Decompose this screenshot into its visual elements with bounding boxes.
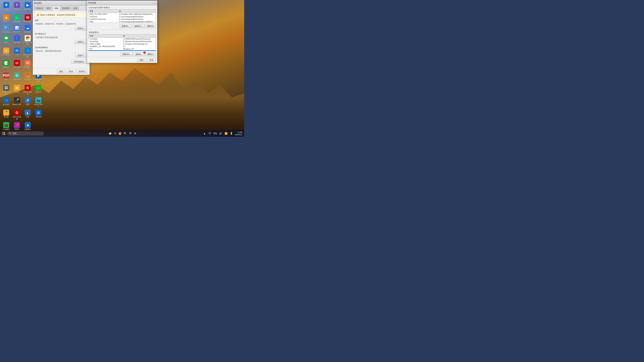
- sys-var-row[interactable]: ComSpec C:\WINDOWS\system32\cmd.exe: [88, 38, 156, 40]
- desktop-icon[interactable]: 🌐 Microsoft Edge: [23, 47, 32, 59]
- search-bar[interactable]: 🔍 搜索: [7, 131, 44, 136]
- taskbar: 🔍 搜索 📁 ✉ 🔍 有 ⚙: [0, 130, 244, 137]
- desktop-icon[interactable]: PDF PDF: [1, 72, 11, 83]
- icon-label: Typora: [14, 8, 20, 10]
- tray-lang[interactable]: 中: [208, 131, 212, 136]
- clock[interactable]: 11:08 2024/1/2: [234, 131, 243, 136]
- desktop-icon[interactable]: 🖥 此电脑: [1, 1, 11, 13]
- user-vars-table[interactable]: 变量 值 MOZ_PLUGIN_PATH C:\Program Files (x…: [88, 9, 156, 23]
- var-name: JAVA_HOME: [88, 43, 122, 45]
- icon-label: PotPlayer 64 bit: [34, 79, 43, 83]
- icon-img: 🎬: [36, 97, 42, 103]
- desktop-icon[interactable]: ☁ 百度网盘: [23, 24, 32, 34]
- ok-button[interactable]: 确定: [57, 69, 66, 73]
- sys-vars-table[interactable]: 变量 值 ComSpec C:\WINDOWS\system32\cmd.exe…: [88, 34, 156, 51]
- tray-expand[interactable]: ▲: [202, 131, 207, 136]
- minimize-button[interactable]: ─: [79, 2, 82, 5]
- sys-var-row[interactable]: DriverData C:\Windows\System32\Drivers\D…: [88, 40, 156, 43]
- desktop-icon[interactable]: ◈ draw.io: [1, 14, 11, 23]
- apply-button[interactable]: 应用(A): [76, 69, 88, 73]
- env-ok-button[interactable]: 确定: [137, 58, 146, 62]
- desktop-icon[interactable]: 🧠 MindMan... 23: [23, 59, 32, 71]
- desktop-icon[interactable]: 📝 印象笔记: [1, 59, 11, 71]
- taskbar-icon-explorer[interactable]: 📁: [108, 131, 112, 136]
- desktop-icon[interactable]: 🐧 QQ: [23, 109, 32, 121]
- desktop-icon[interactable]: ◈ 亿图图示: [23, 121, 32, 131]
- desktop-icon[interactable]: O Opera 浏览器: [12, 109, 22, 121]
- desktop-icon[interactable]: 📍 百度地图: [12, 34, 22, 46]
- desktop-icon[interactable]: 💼 企业微信: [1, 121, 11, 131]
- desktop-icon[interactable]: 📹 金山会议: [1, 96, 11, 108]
- desktop-icon[interactable]: G geek.exe: [12, 72, 22, 83]
- taskbar-icon-youdao[interactable]: 有: [128, 131, 133, 136]
- desktop-icon[interactable]: T Typora: [12, 1, 22, 13]
- tab-hardware[interactable]: 硬件: [45, 6, 52, 10]
- sys-col-header-var: 变量: [88, 34, 122, 38]
- desktop-icon[interactable]: ☀ 向日葵远控: [1, 47, 11, 59]
- desktop-icon[interactable]: W 金山文档: [12, 59, 22, 71]
- tab-remote[interactable]: 远程: [72, 6, 79, 10]
- start-button[interactable]: [1, 130, 7, 136]
- cancel-button[interactable]: 取消: [66, 69, 75, 73]
- maximize-button[interactable]: □: [82, 2, 85, 5]
- desktop-icon[interactable]: 🖥 ToDesk: [34, 109, 43, 121]
- startup-settings-button[interactable]: 设置(T)...: [75, 54, 88, 57]
- icon-label: 百度地图: [14, 41, 20, 43]
- desktop-icon[interactable]: ★ Lystary: [12, 84, 22, 96]
- desktop-icon[interactable]: ✉ 飞书: [12, 47, 22, 59]
- tray-battery[interactable]: 🔋: [229, 131, 234, 136]
- userprofiles-settings-button[interactable]: 设置(E)...: [75, 40, 88, 44]
- sys-edit-button[interactable]: 编辑(I)... 2: [134, 52, 145, 56]
- desktop-icon[interactable]: ▶ 腾讯课堂: [23, 1, 32, 13]
- chrome-icon: [25, 35, 31, 41]
- col-header-var: 变量: [88, 9, 118, 13]
- env-vars-titlebar[interactable]: 环境变量 ✕: [87, 1, 157, 5]
- desktop-icon[interactable]: 📊 腾讯广告: [12, 24, 22, 34]
- desktop-icon[interactable]: 📌 PixPin: [12, 121, 22, 131]
- user-var-row[interactable]: OneDrive C:\Users\liuguangle\OneDrive: [88, 15, 156, 18]
- sys-props-titlebar[interactable]: 系统属性 ─ □ ✕: [33, 1, 90, 5]
- tab-system-protection[interactable]: 系统保护: [60, 6, 72, 10]
- sys-new-button[interactable]: 新建(W)...: [120, 52, 133, 56]
- desktop-icon[interactable]: 🎤 Maono Link: [12, 96, 22, 108]
- sys-var-row[interactable]: OS Windows_NT: [88, 48, 156, 50]
- env-close-button[interactable]: ✕: [153, 1, 156, 4]
- taskbar-icon-chrome2[interactable]: [118, 131, 122, 136]
- desktop-icon[interactable]: W WPS Office: [23, 14, 32, 23]
- desktop-icon[interactable]: 🏅 鲁大师: [1, 109, 11, 121]
- performance-settings-button[interactable]: 设置(S)...: [75, 26, 88, 30]
- desktop-icon-everything[interactable]: 🔍 Everything: [1, 24, 11, 34]
- clock-time: 11:08: [235, 131, 242, 133]
- icon-label: ScreenToGif: [34, 104, 43, 108]
- user-edit-button[interactable]: 编辑(E)...: [132, 24, 144, 28]
- taskbar-icon-search2[interactable]: 🔍: [123, 131, 128, 136]
- desktop-icon[interactable]: 📚 京东读书: [23, 72, 32, 83]
- desktop-icon[interactable]: 有 网易有道翻译: [23, 84, 32, 96]
- tray-network[interactable]: 📶: [224, 131, 228, 136]
- desktop-icon[interactable]: 🎬 ScreenToGif: [34, 96, 43, 108]
- env-cancel-button[interactable]: 取消: [147, 58, 156, 62]
- tray-volume[interactable]: 🔊: [218, 131, 223, 136]
- user-var-row[interactable]: OneDriveConsumer C:\Users\liuguangle\One…: [88, 18, 156, 20]
- sys-delete-button[interactable]: 删除(L): [146, 52, 156, 56]
- desktop-icon-chrome[interactable]: Google Chrome: [23, 34, 32, 46]
- desktop-icon[interactable]: ⚡ 迅雷: [23, 96, 32, 108]
- desktop-icon[interactable]: 💬 微信: [1, 34, 11, 46]
- env-vars-button[interactable]: 环境变量(N)...: [71, 60, 88, 64]
- tab-advanced[interactable]: 高级: [53, 6, 60, 10]
- var-val: C:\Program Files (x86)\VMware\VMware Wor…: [122, 50, 156, 51]
- sys-var-row[interactable]: NUMBER_OF_PROCESSORS 24: [88, 45, 156, 48]
- tray-en[interactable]: EN: [213, 131, 218, 136]
- taskbar-icon-extra[interactable]: ⚙: [133, 131, 138, 136]
- user-delete-button[interactable]: 删除(D): [145, 24, 156, 28]
- taskbar-icon-email[interactable]: ✉: [113, 131, 118, 136]
- sys-var-row[interactable]: JAVA_HOME C:\Program Files\Java\jdk-1.8: [88, 43, 156, 45]
- sys-var-row-path[interactable]: Path 1 C:\Program Files (x86)\VMware\VMw…: [88, 50, 156, 51]
- user-var-row[interactable]: Path C:\Users\liuguangle\AppData\Local\M…: [88, 20, 156, 23]
- user-new-button[interactable]: 新建(N)...: [120, 24, 132, 28]
- desktop-icon[interactable]: ♪ QQ音乐: [34, 84, 43, 96]
- desktop-icon[interactable]: 🖼 嗅探格式扩 大bit: [1, 84, 11, 96]
- tab-computer-name[interactable]: 计算机名: [34, 6, 44, 10]
- user-var-row[interactable]: MOZ_PLUGIN_PATH C:\Program Files (x86)\F…: [88, 13, 156, 15]
- desktop-icon[interactable]: ▷ 腾讯视频: [12, 14, 22, 23]
